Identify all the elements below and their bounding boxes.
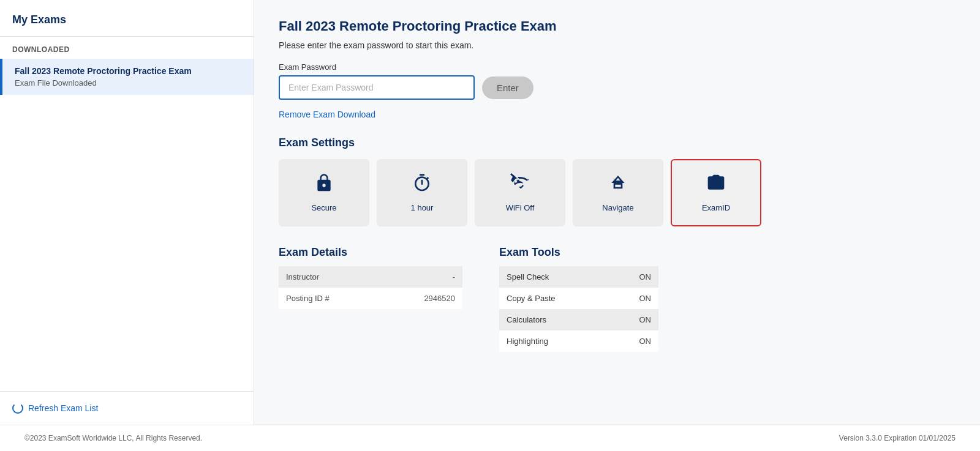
sidebar-title: My Exams <box>0 0 254 37</box>
tool-calculators-status: ON <box>639 315 652 324</box>
setting-card-examid[interactable]: ExamID <box>671 159 761 226</box>
page-title: Fall 2023 Remote Proctoring Practice Exa… <box>279 18 956 34</box>
password-label: Exam Password <box>279 62 956 72</box>
exam-password-input[interactable] <box>279 75 475 100</box>
sidebar-exam-name: Fall 2023 Remote Proctoring Practice Exa… <box>15 66 241 76</box>
sidebar-exam-status: Exam File Downloaded <box>15 78 241 88</box>
sidebar: My Exams DOWNLOADED Fall 2023 Remote Pro… <box>0 0 254 425</box>
setting-card-secure[interactable]: Secure <box>279 159 369 226</box>
setting-card-wifi-off[interactable]: WiFi Off <box>475 159 565 226</box>
sidebar-section-label: DOWNLOADED <box>0 37 254 59</box>
detail-row-instructor: Instructor - <box>279 266 462 288</box>
detail-posting-id-key: Posting ID # <box>286 294 330 303</box>
setting-card-navigate-label: Navigate <box>602 203 633 212</box>
sidebar-exam-item[interactable]: Fall 2023 Remote Proctoring Practice Exa… <box>0 59 254 95</box>
tool-spell-check-status: ON <box>639 272 652 281</box>
tool-copy-paste-status: ON <box>639 294 652 303</box>
enter-button[interactable]: Enter <box>482 76 533 99</box>
lock-icon <box>314 173 334 197</box>
setting-card-secure-label: Secure <box>311 203 336 212</box>
setting-card-navigate[interactable]: Navigate <box>573 159 663 226</box>
tool-row-copy-paste: Copy & Paste ON <box>499 288 658 309</box>
refresh-label: Refresh Exam List <box>28 403 98 413</box>
detail-instructor-value: - <box>453 272 455 281</box>
password-row: Enter <box>279 75 956 100</box>
setting-card-wifi-off-label: WiFi Off <box>506 203 535 212</box>
detail-row-posting-id: Posting ID # 2946520 <box>279 288 462 309</box>
tool-row-calculators: Calculators ON <box>499 309 658 330</box>
tool-row-spell-check: Spell Check ON <box>499 266 658 288</box>
refresh-icon <box>12 403 23 414</box>
details-tools-row: Exam Details Instructor - Posting ID # 2… <box>279 246 956 352</box>
exam-details-heading: Exam Details <box>279 246 462 259</box>
footer-version: Version 3.3.0 Expiration 01/01/2025 <box>839 434 956 442</box>
tool-highlighting-label: Highlighting <box>507 337 548 346</box>
timer-icon <box>412 173 432 197</box>
page-subtitle: Please enter the exam password to start … <box>279 40 956 50</box>
tool-copy-paste-label: Copy & Paste <box>507 294 556 303</box>
tool-spell-check-label: Spell Check <box>507 272 549 281</box>
footer-copyright: ©2023 ExamSoft Worldwide LLC, All Rights… <box>24 434 202 442</box>
setting-card-examid-label: ExamID <box>702 203 730 212</box>
camera-icon <box>706 173 726 197</box>
tool-row-highlighting: Highlighting ON <box>499 330 658 352</box>
main-footer: ©2023 ExamSoft Worldwide LLC, All Rights… <box>0 425 980 451</box>
exam-details-section: Exam Details Instructor - Posting ID # 2… <box>279 246 462 352</box>
detail-posting-id-value: 2946520 <box>424 294 455 303</box>
refresh-exam-list-button[interactable]: Refresh Exam List <box>0 391 254 425</box>
exam-tools-section: Exam Tools Spell Check ON Copy & Paste O… <box>499 246 658 352</box>
exam-tools-heading: Exam Tools <box>499 246 658 259</box>
main-content: Fall 2023 Remote Proctoring Practice Exa… <box>254 0 980 425</box>
tool-highlighting-status: ON <box>639 337 652 346</box>
remove-exam-download-link[interactable]: Remove Exam Download <box>279 110 956 119</box>
settings-cards: Secure 1 hour <box>279 159 956 226</box>
setting-card-1hour-label: 1 hour <box>411 203 434 212</box>
detail-instructor-key: Instructor <box>286 272 319 281</box>
wifi-off-icon <box>510 173 530 197</box>
navigate-icon <box>608 173 628 197</box>
exam-settings-heading: Exam Settings <box>279 136 956 149</box>
setting-card-1hour[interactable]: 1 hour <box>377 159 467 226</box>
tool-calculators-label: Calculators <box>507 315 546 324</box>
